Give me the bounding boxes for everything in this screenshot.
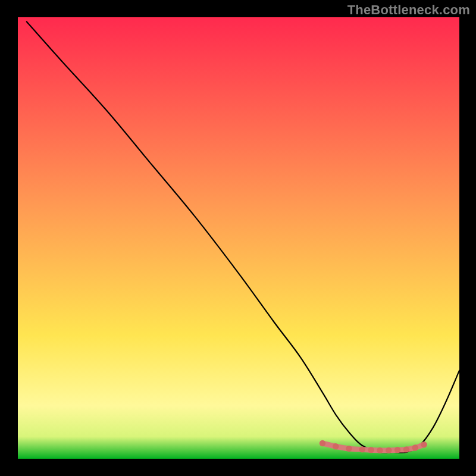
gradient-background: [18, 17, 459, 459]
optimum-dot: [394, 447, 400, 453]
watermark-text: TheBottleneck.com: [347, 2, 470, 18]
optimum-dot: [333, 443, 339, 449]
optimum-dot: [386, 447, 392, 453]
optimum-dot: [421, 441, 427, 447]
optimum-dot: [403, 446, 409, 452]
optimum-dot: [320, 440, 325, 446]
bottleneck-chart: [0, 0, 476, 476]
optimum-dot: [412, 444, 418, 450]
optimum-dot: [346, 446, 352, 452]
optimum-dot: [359, 446, 365, 452]
chart-frame: TheBottleneck.com: [0, 0, 476, 476]
optimum-dot: [377, 447, 383, 453]
optimum-dot: [368, 447, 374, 453]
